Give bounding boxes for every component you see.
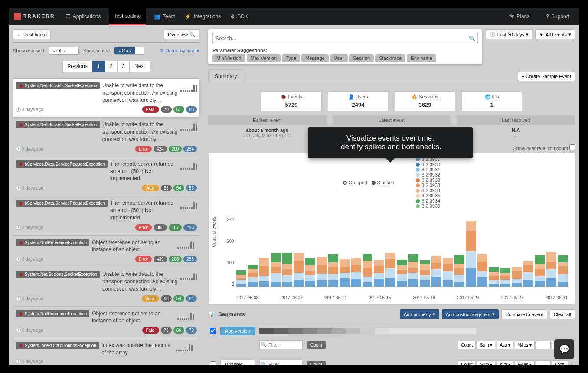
bar[interactable] — [431, 256, 441, 287]
event-card[interactable]: 🐞 System.IndexOutOfBoundsExceptionIndex … — [13, 338, 199, 365]
pager-prev[interactable]: Previous — [62, 61, 92, 72]
param-chip[interactable]: Env name — [407, 54, 436, 62]
param-chip[interactable]: User — [330, 54, 348, 62]
param-chip[interactable]: Stacktrace — [375, 54, 405, 62]
event-card[interactable]: 🐞 System.Net.Sockets.SocketExceptionUnab… — [13, 78, 199, 117]
search-icon[interactable]: 🔍 — [469, 36, 475, 42]
bar[interactable] — [500, 268, 510, 287]
stacked-toggle[interactable]: Stacked — [372, 157, 395, 209]
chart-area[interactable]: Count of events 2742001000 — [212, 212, 571, 294]
bar[interactable] — [477, 254, 487, 287]
legend-item[interactable]: 3.2.0933 — [416, 183, 440, 188]
bar[interactable] — [305, 258, 315, 287]
segment-label[interactable]: App version — [220, 327, 255, 335]
bar[interactable] — [317, 257, 327, 287]
param-chip[interactable]: Min Version — [212, 54, 245, 62]
grouped-toggle[interactable]: Grouped — [343, 157, 367, 209]
bar[interactable] — [282, 253, 292, 287]
muted-toggle[interactable]: - On - — [114, 47, 144, 55]
event-card[interactable]: 🐞 bServices.Data.ServiceRequestException… — [13, 196, 199, 235]
event-card[interactable]: 🐞 System.NullReferenceExceptionObject re… — [13, 306, 199, 338]
dashboard-button[interactable]: ←Dashboard — [13, 29, 51, 39]
agg-sum[interactable]: Sum ▾ — [477, 341, 495, 349]
bar[interactable] — [408, 254, 418, 287]
nav-integrations[interactable]: ⚡Integrations — [180, 8, 225, 25]
local-button[interactable]: Local — [552, 360, 568, 366]
agg-count[interactable]: Count — [458, 341, 476, 349]
legend-item[interactable]: 3.2.0932 — [416, 172, 440, 177]
bar[interactable] — [420, 260, 430, 287]
date-range-button[interactable]: 🕓Last 30 days ▾ — [486, 29, 532, 39]
rate-limit-checkbox[interactable] — [569, 144, 575, 150]
bar[interactable] — [443, 258, 453, 287]
bar[interactable] — [535, 255, 545, 287]
legend-item[interactable]: 3.2.0931 — [416, 167, 440, 172]
nav-test-scaling[interactable]: Test scaling — [109, 8, 146, 25]
event-card[interactable]: 🐞 System.Net.Sockets.SocketExceptionUnab… — [13, 267, 199, 306]
agg-pct[interactable]: %iles ▾ — [515, 341, 535, 349]
bar[interactable] — [236, 270, 246, 287]
bar[interactable] — [340, 259, 350, 287]
bar[interactable] — [248, 265, 258, 287]
pager-next[interactable]: Next — [130, 61, 150, 72]
event-card[interactable]: 🐞 bServices.Data.ServiceRequestException… — [13, 157, 199, 196]
nav-sdk[interactable]: ⚙SDK — [225, 8, 253, 25]
bar[interactable] — [512, 267, 522, 287]
close-icon[interactable]: × — [570, 361, 573, 365]
agg-avg[interactable]: Avg ▾ — [497, 341, 513, 349]
agg-pct[interactable]: %iles ▾ — [515, 360, 535, 366]
overview-button[interactable]: Overview🔍 — [164, 29, 199, 39]
bar[interactable] — [328, 254, 338, 287]
event-card[interactable]: 🐞 System.NullReferenceExceptionObject re… — [13, 235, 199, 267]
param-chip[interactable]: Type — [282, 54, 300, 62]
segment-label[interactable]: Browser — [220, 360, 255, 365]
agg-avg[interactable]: Avg ▾ — [497, 360, 513, 366]
param-chip[interactable]: Max Version — [247, 54, 281, 62]
nav-team[interactable]: 👥Team — [149, 8, 180, 25]
param-chip[interactable]: Message — [301, 54, 329, 62]
bar[interactable] — [454, 255, 464, 287]
add-property-button[interactable]: Add property ▾ — [400, 309, 439, 319]
pager-1[interactable]: 1 — [92, 61, 105, 72]
tab-summary[interactable]: Summary — [208, 69, 243, 83]
create-sample-button[interactable]: + Create Sample Event — [518, 72, 575, 81]
order-dropdown[interactable]: ⇅ Order: by time ▾ — [160, 48, 199, 54]
bar[interactable] — [466, 221, 476, 287]
bar[interactable] — [385, 253, 395, 287]
nav-applications[interactable]: ☰Applications — [61, 8, 106, 25]
resolved-toggle[interactable]: - Off - — [49, 47, 79, 55]
bar[interactable] — [546, 252, 556, 287]
pager-2[interactable]: 2 — [105, 61, 118, 72]
agg-count[interactable]: Count — [458, 360, 476, 366]
legend-item[interactable]: 3.2.0936 — [416, 188, 440, 193]
agg-value-input[interactable] — [536, 360, 551, 366]
nav-plans[interactable]: 🗺Plans — [504, 8, 534, 25]
legend-item[interactable]: 3.2.0938 — [416, 177, 440, 183]
legend-item[interactable]: 3.2.0935 — [416, 193, 440, 198]
nav-support[interactable]: ?Support — [541, 8, 574, 25]
bar[interactable] — [363, 254, 372, 287]
brand[interactable]: TRAKERR — [14, 13, 55, 20]
bar[interactable] — [397, 260, 407, 287]
bar[interactable] — [374, 260, 384, 287]
legend-item[interactable]: 3.2.0930 — [416, 162, 440, 167]
event-filter-button[interactable]: ▼All Events ▾ — [535, 29, 575, 39]
bar[interactable] — [259, 258, 269, 287]
bar[interactable] — [294, 253, 304, 287]
bar[interactable] — [558, 255, 568, 287]
clear-all-button[interactable]: Clear all — [550, 309, 575, 319]
segment-checkbox[interactable] — [210, 361, 216, 365]
chat-icon[interactable]: 💬 — [554, 339, 574, 359]
bar[interactable] — [271, 253, 281, 287]
count-button[interactable]: Count — [307, 361, 326, 366]
legend-item[interactable]: 3.2.0939 — [416, 203, 440, 209]
agg-sum[interactable]: Sum ▾ — [477, 360, 495, 366]
param-chip[interactable]: Session — [349, 54, 374, 62]
bar[interactable] — [351, 258, 361, 287]
bar[interactable] — [489, 267, 499, 287]
search-input[interactable] — [212, 33, 478, 44]
segment-checkbox[interactable] — [210, 328, 216, 334]
legend-item[interactable]: 3.2.0934 — [416, 198, 440, 203]
event-card[interactable]: 🐞 System.Net.Sockets.SocketExceptionUnab… — [13, 117, 199, 156]
agg-value-input[interactable] — [536, 341, 551, 349]
